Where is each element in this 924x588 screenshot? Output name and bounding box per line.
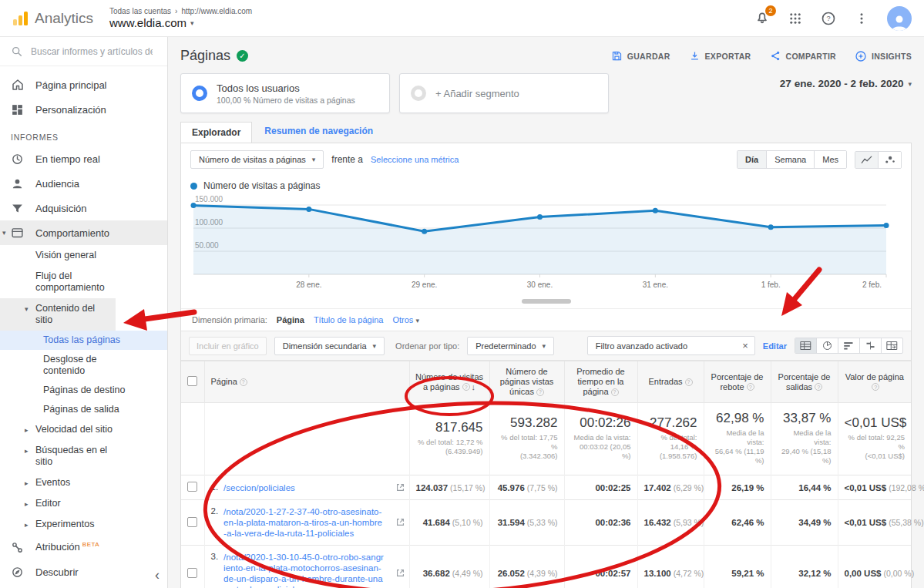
notifications-button[interactable]: 2 (754, 11, 770, 26)
percentage-view-button[interactable] (816, 338, 838, 353)
sidebar-item-home[interactable]: Página principal (0, 72, 167, 97)
sidebar-item-realtime[interactable]: En tiempo real (0, 146, 167, 171)
page-link[interactable]: /nota/2020-1-30-10-45-0-otro-robo-sangri… (223, 552, 384, 588)
header-exit-rate[interactable]: Porcentaje de salidas? (771, 361, 838, 403)
row-checkbox[interactable] (187, 482, 197, 492)
page-link[interactable]: /seccion/policiales (223, 482, 295, 493)
sidebar-item-admin[interactable]: Administrar (0, 584, 167, 588)
header-entrances[interactable]: Entradas? (637, 361, 704, 403)
sidebar-item-discover[interactable]: Descubrir (0, 559, 167, 584)
advanced-filter-chip[interactable]: Filtro avanzado activado × (587, 336, 755, 355)
analytics-logo[interactable]: Analytics (0, 9, 97, 28)
apps-grid-button[interactable] (788, 12, 802, 25)
avg-time-cell: 00:02:25 (564, 475, 637, 500)
more-options-button[interactable] (855, 12, 869, 25)
plot-rows-button[interactable]: Incluir en gráfico (189, 337, 267, 355)
sidebar-item-content-drilldown[interactable]: Desglose de contenido (0, 350, 131, 381)
close-icon[interactable]: × (742, 340, 748, 351)
sidebar-item-personalization[interactable]: Personalización (0, 97, 167, 122)
header-avg-time[interactable]: Promedio de tiempo en la página? (564, 361, 637, 403)
add-segment-button[interactable]: + Añadir segmento (399, 73, 609, 113)
pageviews-cell: 41.684(5,10 %) (409, 500, 489, 546)
summary-page-value: <0,01 US$ % del total: 92,25 %(<0,01 US$… (838, 403, 911, 475)
chevron-down-icon: ▾ (908, 80, 912, 88)
breadcrumb-separator-icon: › (175, 7, 177, 15)
sidebar-item-site-speed[interactable]: ▸ Velocidad del sitio (0, 419, 167, 440)
insights-button[interactable]: INSIGHTS (855, 50, 912, 62)
save-button[interactable]: GUARDAR (611, 50, 670, 62)
segment-all-users[interactable]: Todos los usuarios 100,00 % Número de vi… (180, 73, 390, 113)
line-chart-button[interactable] (855, 152, 878, 168)
sidebar-item-site-content[interactable]: ▾ Contenido del sitio (0, 298, 116, 331)
svg-text:31 ene.: 31 ene. (643, 281, 668, 289)
secondary-dimension-dropdown[interactable]: Dimensión secundaria ▾ (274, 337, 385, 355)
help-icon: ? (872, 383, 879, 391)
motion-chart-button[interactable] (878, 152, 901, 168)
dimension-page-title[interactable]: Título de la página (314, 315, 384, 324)
search-input[interactable] (31, 46, 153, 57)
table-view-button[interactable] (795, 338, 816, 353)
sidebar-item-behavior[interactable]: ▾ Comportamiento (0, 220, 167, 245)
sidebar-item-landing-pages[interactable]: Páginas de destino (0, 381, 167, 400)
primary-dimension-row: Dimensión primaria: Página Título de la … (181, 308, 911, 331)
analytics-logo-icon (11, 9, 29, 28)
share-button[interactable]: COMPARTIR (770, 50, 837, 62)
comparison-view-button[interactable] (859, 338, 881, 353)
header-page-value[interactable]: Valor de página? (838, 361, 911, 403)
tab-navigation-summary[interactable]: Resumen de navegación (264, 126, 373, 136)
sidebar-item-site-search[interactable]: ▸ Búsquedas en el sitio (0, 440, 123, 472)
sidebar-item-experiments[interactable]: ▸ Experimentos (0, 514, 167, 535)
sidebar-item-all-pages[interactable]: Todas las páginas (0, 331, 167, 350)
external-link-icon[interactable] (396, 569, 405, 577)
edit-filter-link[interactable]: Editar (763, 341, 787, 351)
sidebar-item-exit-pages[interactable]: Páginas de salida (0, 400, 167, 419)
pages-table: Página? Número de visitas a páginas?↓ Nú… (181, 361, 911, 588)
breadcrumb-root[interactable]: Todas las cuentas (109, 7, 171, 15)
chart-scrollbar[interactable] (522, 299, 571, 304)
sidebar-item-events[interactable]: ▸ Eventos (0, 472, 167, 493)
row-checkbox[interactable] (187, 568, 197, 578)
select-metric-link[interactable]: Seleccione una métrica (371, 155, 459, 164)
header-page[interactable]: Página? (204, 361, 409, 403)
header-bounce-rate[interactable]: Porcentaje de rebote? (704, 361, 771, 403)
dimension-other[interactable]: Otros ▾ (392, 315, 419, 324)
row-checkbox[interactable] (187, 517, 197, 527)
chevron-down-icon: ▾ (415, 317, 419, 324)
entrances-cell: 16.432(5,93 %) (637, 500, 704, 546)
header-unique-pageviews[interactable]: Número de páginas vistas únicas? (489, 361, 564, 403)
metric-selector-dropdown[interactable]: Número de visitas a páginas ▾ (190, 150, 324, 169)
sidebar-item-behavior-flow[interactable]: Flujo del comportamiento (0, 266, 116, 298)
help-icon: ? (462, 383, 470, 391)
sidebar-item-acquisition[interactable]: Adquisición (0, 196, 167, 220)
breadcrumb-path[interactable]: http://www.eldia.com (181, 7, 252, 15)
collapse-sidebar-button[interactable]: ‹ (155, 567, 160, 583)
granularity-day-button[interactable]: Día (738, 151, 766, 168)
metric-row: Número de visitas a páginas ▾ frente a S… (181, 143, 911, 176)
tab-explorer[interactable]: Explorador (180, 122, 252, 143)
sidebar-item-behavior-overview[interactable]: Visión general (0, 245, 167, 266)
pivot-view-button[interactable] (881, 338, 902, 353)
property-selector[interactable]: www.eldia.com ▾ (109, 16, 252, 29)
sidebar-search[interactable] (0, 37, 167, 66)
add-segment-label: + Añadir segmento (435, 88, 519, 99)
avatar[interactable] (887, 6, 912, 31)
sidebar-item-publisher[interactable]: ▸ Editor (0, 493, 167, 514)
sidebar-item-attribution[interactable]: AtribuciónBETA (0, 535, 167, 559)
page-link[interactable]: /nota/2020-1-27-2-37-40-otro-asesinato-e… (223, 506, 384, 539)
external-link-icon[interactable] (396, 518, 405, 526)
acquisition-icon (11, 202, 25, 215)
granularity-week-button[interactable]: Semana (766, 151, 814, 168)
export-button[interactable]: EXPORTAR (689, 50, 751, 62)
external-link-icon[interactable] (396, 483, 405, 492)
help-button[interactable]: ? (821, 11, 836, 26)
performance-view-button[interactable] (838, 338, 859, 353)
granularity-month-button[interactable]: Mes (814, 151, 846, 168)
select-all-checkbox[interactable] (187, 376, 197, 386)
dimension-page[interactable]: Página (277, 315, 304, 324)
pageviews-line-chart[interactable]: 50.000100.000150.00028 ene.29 ene.30 ene… (189, 194, 892, 294)
date-range-selector[interactable]: 27 ene. 2020 - 2 feb. 2020 ▾ (780, 73, 912, 89)
sort-type-dropdown[interactable]: Predeterminado ▾ (467, 337, 554, 355)
bounce-rate-cell: 59,21 % (704, 546, 771, 588)
sidebar-item-audience[interactable]: Audiencia (0, 171, 167, 196)
header-pageviews[interactable]: Número de visitas a páginas?↓ (409, 361, 489, 403)
